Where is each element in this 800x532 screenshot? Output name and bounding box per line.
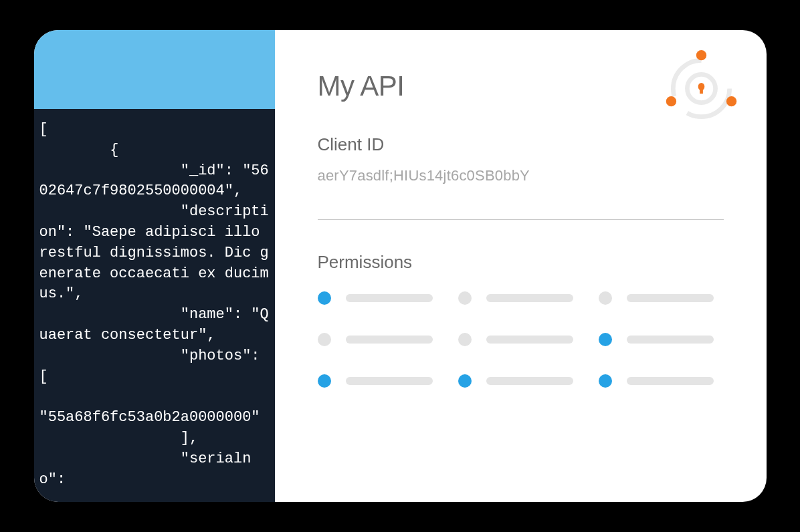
permissions-grid — [318, 291, 724, 388]
permission-label-placeholder — [627, 377, 714, 385]
permission-label-placeholder — [346, 336, 433, 344]
permission-toggle-icon[interactable] — [599, 374, 612, 388]
permission-label-placeholder — [346, 294, 433, 302]
security-logo-icon — [663, 50, 740, 127]
code-area: [ { "_id": "5602647c7f9802550000004", "d… — [34, 109, 275, 502]
permission-label-placeholder — [346, 377, 433, 385]
client-id-value: aerY7asdlf;HIUs14jt6c0SB0bbY — [318, 167, 724, 184]
permission-item[interactable] — [599, 374, 723, 388]
svg-point-6 — [726, 96, 736, 106]
permission-toggle-icon[interactable] — [599, 333, 612, 346]
permission-item[interactable] — [458, 333, 583, 346]
permission-item[interactable] — [599, 291, 723, 305]
permission-toggle-icon[interactable] — [458, 291, 472, 305]
api-card: [ { "_id": "5602647c7f9802550000004", "d… — [34, 30, 767, 502]
json-code: [ { "_id": "5602647c7f9802550000004", "d… — [39, 120, 270, 490]
client-id-label: Client ID — [318, 134, 724, 155]
permission-toggle-icon[interactable] — [318, 291, 331, 305]
permission-item[interactable] — [458, 374, 583, 388]
permission-item[interactable] — [318, 291, 442, 305]
divider — [318, 219, 724, 220]
permission-label-placeholder — [627, 294, 714, 302]
permission-label-placeholder — [486, 336, 573, 344]
permission-label-placeholder — [486, 294, 573, 302]
svg-point-4 — [696, 50, 706, 60]
api-details-panel: My API Client ID aerY7asdlf;HIUs14jt6c0S… — [275, 30, 767, 502]
permission-toggle-icon[interactable] — [318, 333, 331, 346]
permission-label-placeholder — [486, 377, 573, 385]
permission-toggle-icon[interactable] — [318, 374, 331, 388]
permission-item[interactable] — [318, 374, 442, 388]
permission-toggle-icon[interactable] — [458, 333, 472, 346]
permission-toggle-icon[interactable] — [458, 374, 472, 388]
permission-item[interactable] — [458, 291, 583, 305]
permission-item[interactable] — [318, 333, 442, 346]
permission-toggle-icon[interactable] — [599, 291, 612, 305]
permissions-label: Permissions — [318, 252, 724, 273]
permission-label-placeholder — [627, 336, 714, 344]
permission-item[interactable] — [599, 333, 723, 346]
code-panel: [ { "_id": "5602647c7f9802550000004", "d… — [34, 30, 275, 502]
svg-point-5 — [666, 96, 676, 106]
code-panel-header — [34, 30, 275, 109]
svg-rect-3 — [700, 88, 703, 94]
